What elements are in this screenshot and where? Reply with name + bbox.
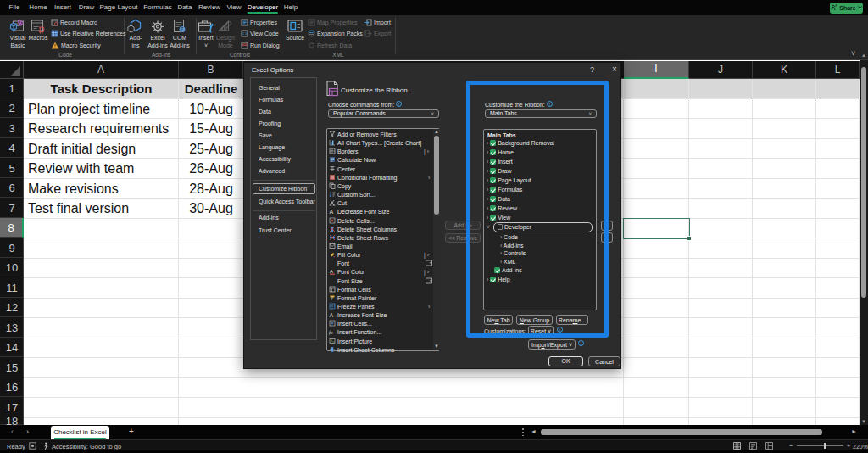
svg-text:A: A (330, 312, 334, 318)
svg-text:A: A (330, 269, 333, 274)
svg-text:A: A (330, 209, 334, 215)
svg-text:fx: fx (329, 329, 333, 335)
